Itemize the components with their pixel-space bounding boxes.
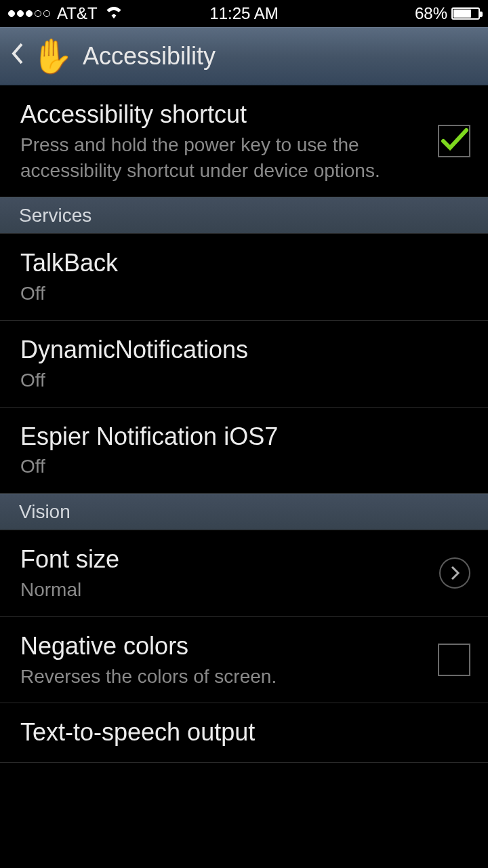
- item-text-to-speech[interactable]: Text-to-speech output: [0, 703, 488, 763]
- section-services: Services: [0, 197, 488, 234]
- item-text: TalkBack Off: [20, 248, 470, 307]
- status-bar: AT&T 11:25 AM 68%: [0, 0, 488, 27]
- item-title: Accessibility shortcut: [20, 99, 426, 131]
- item-status: Normal: [20, 577, 427, 603]
- settings-list: Accessibility shortcut Press and hold th…: [0, 85, 488, 763]
- header-bar[interactable]: ✋ Accessibility: [0, 27, 488, 85]
- item-text: Negative colors Reverses the colors of s…: [20, 631, 426, 690]
- checkmark-icon: [439, 125, 469, 157]
- item-text: DynamicNotifications Off: [20, 334, 470, 393]
- item-status: Off: [20, 454, 470, 479]
- item-text: Espier Notification iOS7 Off: [20, 421, 470, 480]
- status-left: AT&T: [8, 4, 123, 23]
- item-dynamic-notifications[interactable]: DynamicNotifications Off: [0, 321, 488, 408]
- status-right: 68%: [415, 4, 480, 23]
- item-negative-colors[interactable]: Negative colors Reverses the colors of s…: [0, 617, 488, 704]
- item-description: Press and hold the power key to use the …: [20, 132, 426, 184]
- wifi-icon: [104, 4, 123, 23]
- battery-percent: 68%: [415, 4, 447, 23]
- chevron-circle-icon[interactable]: [439, 557, 470, 589]
- accessibility-hand-icon: ✋: [31, 35, 73, 77]
- item-title: Espier Notification iOS7: [20, 421, 470, 453]
- item-title: TalkBack: [20, 248, 470, 279]
- checkbox-unchecked[interactable]: [438, 644, 470, 676]
- item-title: Text-to-speech output: [20, 717, 470, 749]
- status-time: 11:25 AM: [209, 4, 278, 23]
- carrier-label: AT&T: [57, 4, 98, 23]
- item-title: Font size: [20, 544, 427, 576]
- item-status: Off: [20, 368, 470, 393]
- item-text: Font size Normal: [20, 544, 427, 603]
- item-talkback[interactable]: TalkBack Off: [0, 234, 488, 321]
- item-title: Negative colors: [20, 631, 426, 663]
- item-status: Off: [20, 281, 470, 307]
- item-text: Text-to-speech output: [20, 717, 470, 749]
- item-title: DynamicNotifications: [20, 334, 470, 366]
- page-title: Accessibility: [83, 42, 216, 71]
- item-text: Accessibility shortcut Press and hold th…: [20, 99, 426, 183]
- item-accessibility-shortcut[interactable]: Accessibility shortcut Press and hold th…: [0, 85, 488, 197]
- item-font-size[interactable]: Font size Normal: [0, 530, 488, 617]
- back-icon[interactable]: [11, 42, 24, 71]
- item-description: Reverses the colors of screen.: [20, 664, 426, 690]
- checkbox-checked[interactable]: [438, 125, 470, 157]
- signal-strength-icon: [8, 10, 50, 17]
- item-espier-notification[interactable]: Espier Notification iOS7 Off: [0, 408, 488, 494]
- battery-icon: [451, 7, 480, 20]
- section-vision: Vision: [0, 494, 488, 530]
